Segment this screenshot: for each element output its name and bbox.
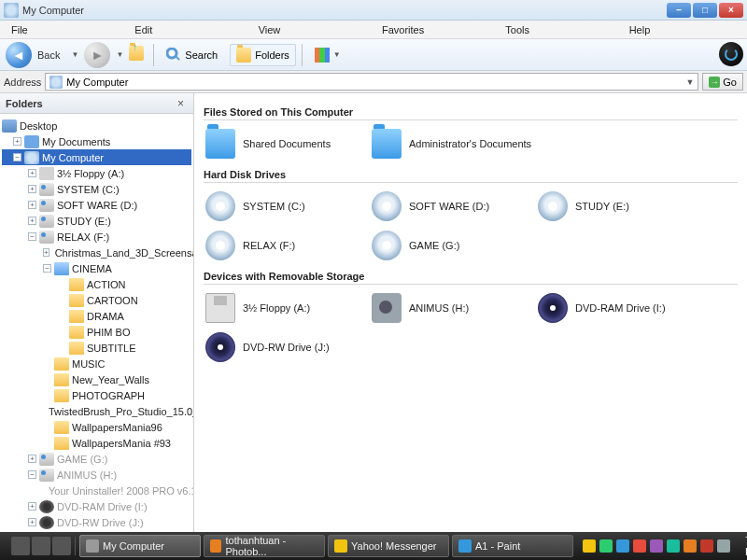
clock[interactable]: 7:23 PM xyxy=(740,535,747,557)
task-yahoo[interactable]: Yahoo! Messenger xyxy=(328,535,449,557)
address-label: Address xyxy=(4,77,41,88)
folder-icon xyxy=(54,357,69,371)
tree-mydocs[interactable]: +My Documents xyxy=(2,133,191,149)
paint-icon xyxy=(458,539,472,553)
tree-twistedbrush[interactable]: TwistedBrush_Pro_Studio_15.0_2bak xyxy=(2,403,191,419)
tree-christmas[interactable]: +Christmas_Land_3D_Screensaver_1.0 xyxy=(2,245,191,260)
item-drive-e[interactable]: STUDY (E:) xyxy=(536,187,702,226)
tree-drama[interactable]: DRAMA xyxy=(2,308,191,324)
item-dvdrw-j[interactable]: DVD-RW Drive (J:) xyxy=(204,328,370,367)
tray-icon[interactable] xyxy=(684,539,697,553)
quicklaunch-item[interactable] xyxy=(11,537,30,555)
tray-icon[interactable] xyxy=(599,539,613,553)
task-paint[interactable]: A1 - Paint xyxy=(452,535,573,557)
folder-icon xyxy=(205,129,235,159)
explorer-icon xyxy=(86,539,99,553)
tray-icon[interactable] xyxy=(650,539,663,553)
tree-dvdrw[interactable]: +DVD-RW Drive (J:) xyxy=(2,514,191,530)
views-icon xyxy=(315,48,330,63)
toolbar: ◄ Back ▼ ► ▼ ↑ Search Folders ▼ xyxy=(0,39,747,71)
tree-action[interactable]: ACTION xyxy=(2,276,191,292)
tree-photograph[interactable]: PHOTOGRAPH xyxy=(2,387,191,403)
tree-cartoon[interactable]: CARTOON xyxy=(2,292,191,308)
folder-icon xyxy=(372,129,402,159)
item-drive-d[interactable]: SOFT WARE (D:) xyxy=(370,187,536,226)
tree-cinema[interactable]: −CINEMA xyxy=(2,260,191,276)
item-floppy-a[interactable]: 3½ Floppy (A:) xyxy=(204,288,370,328)
quicklaunch xyxy=(7,537,76,555)
tree-wall93[interactable]: WallpapersMania #93 xyxy=(2,435,191,451)
tray-icon[interactable] xyxy=(616,539,629,553)
tree-study[interactable]: +STUDY (E:) xyxy=(2,213,191,229)
quicklaunch-item[interactable] xyxy=(52,537,71,555)
folders-title: Folders xyxy=(6,98,174,109)
address-input[interactable]: My Computer ▼ xyxy=(45,73,698,91)
search-label: Search xyxy=(185,49,218,61)
system-tray[interactable] xyxy=(577,539,736,553)
views-dropdown-icon: ▼ xyxy=(333,50,341,59)
item-admin-documents[interactable]: Administrator's Documents xyxy=(370,124,536,163)
item-dvdram-i[interactable]: DVD-RAM Drive (I:) xyxy=(536,288,702,328)
tree-dvdram[interactable]: +DVD-RAM Drive (I:) xyxy=(2,498,191,514)
folder-icon xyxy=(54,437,69,450)
dvd-icon xyxy=(205,332,235,362)
search-button[interactable]: Search xyxy=(160,44,224,66)
address-value: My Computer xyxy=(66,77,128,88)
folders-button[interactable]: Folders xyxy=(230,44,296,66)
folder-icon xyxy=(54,373,69,386)
folder-icon xyxy=(69,294,84,307)
drive-icon xyxy=(39,469,54,482)
folder-icon xyxy=(54,389,69,402)
tray-icon[interactable] xyxy=(583,539,596,553)
address-dropdown-icon[interactable]: ▼ xyxy=(685,77,694,87)
tree-software[interactable]: +SOFT WARE (D:) xyxy=(2,197,191,213)
task-photobucket[interactable]: tothanhtuan - Photob... xyxy=(204,535,325,557)
tree-wall96[interactable]: WallpapersMania96 xyxy=(2,419,191,435)
back-dropdown-icon[interactable]: ▼ xyxy=(71,50,78,59)
drive-icon xyxy=(39,199,54,212)
search-icon xyxy=(166,48,181,63)
tree-game[interactable]: +GAME (G:) xyxy=(2,451,191,467)
folder-icon xyxy=(69,326,84,339)
menubar: File Edit View Favorites Tools Help xyxy=(0,21,747,39)
tree-music[interactable]: MUSIC xyxy=(2,356,191,371)
item-drive-f[interactable]: RELAX (F:) xyxy=(204,226,370,265)
tree-mycomputer[interactable]: −My Computer xyxy=(2,149,191,165)
item-drive-g[interactable]: GAME (G:) xyxy=(370,226,536,265)
back-button[interactable]: ◄ xyxy=(6,42,32,68)
tree-newyear[interactable]: New_Year_Walls xyxy=(2,371,191,387)
tree-floppy[interactable]: +3½ Floppy (A:) xyxy=(2,165,191,181)
up-button[interactable]: ↑ xyxy=(129,46,148,64)
tree-relax[interactable]: −RELAX (F:) xyxy=(2,229,191,245)
go-button[interactable]: → Go xyxy=(702,73,743,91)
hdd-icon xyxy=(372,231,402,260)
dvd-icon xyxy=(39,516,54,529)
tree-animus[interactable]: −ANIMUS (H:) xyxy=(2,467,191,483)
item-drive-c[interactable]: SYSTEM (C:) xyxy=(204,187,370,226)
tray-icon[interactable] xyxy=(717,539,730,553)
folder-icon xyxy=(69,342,84,355)
quicklaunch-item[interactable] xyxy=(32,537,50,555)
tree-system[interactable]: +SYSTEM (C:) xyxy=(2,181,191,197)
tray-icon[interactable] xyxy=(700,539,713,553)
folders-label: Folders xyxy=(255,49,289,61)
folders-close-button[interactable]: × xyxy=(174,97,188,110)
views-button[interactable]: ▼ xyxy=(308,44,347,66)
task-mycomputer[interactable]: My Computer xyxy=(79,535,201,557)
tree-uninstaller[interactable]: Your Uninstaller! 2008 PRO v6.1.122 xyxy=(2,483,191,498)
folder-tree[interactable]: Desktop +My Documents −My Computer +3½ F… xyxy=(0,114,193,532)
forward-dropdown-icon[interactable]: ▼ xyxy=(116,50,123,59)
go-icon: → xyxy=(709,77,720,88)
folder-icon xyxy=(69,310,84,323)
tree-desktop[interactable]: Desktop xyxy=(2,118,191,133)
drive-icon xyxy=(39,215,54,228)
folder-icon xyxy=(69,278,84,291)
separator xyxy=(302,44,303,66)
item-animus-h[interactable]: ANIMUS (H:) xyxy=(370,288,536,328)
item-shared-documents[interactable]: Shared Documents xyxy=(204,124,370,163)
tray-icon[interactable] xyxy=(633,539,646,553)
forward-button[interactable]: ► xyxy=(84,42,110,68)
tray-icon[interactable] xyxy=(667,539,680,553)
tree-subtitle[interactable]: SUBTITLE xyxy=(2,340,191,356)
tree-phimbo[interactable]: PHIM BO xyxy=(2,324,191,340)
